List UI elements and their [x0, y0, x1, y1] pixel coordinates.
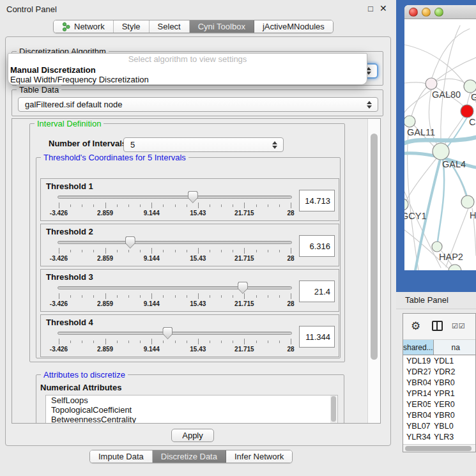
table-panel-title: Table Panel	[405, 295, 449, 305]
gear-icon[interactable]: ⚙	[411, 319, 420, 333]
tab-select[interactable]: Select	[150, 20, 190, 33]
algorithm-dropdown-popup: Select algorithm to view settings Manual…	[8, 53, 367, 85]
network-node[interactable]	[461, 196, 474, 208]
tab-network-label: Network	[74, 22, 105, 31]
list-scrollbar[interactable]	[330, 395, 337, 423]
slider-track	[58, 241, 292, 244]
network-canvas[interactable]: GAL80GACGAL11GAL4GCY1HHAP2	[404, 19, 476, 270]
control-panel-tab-bar: Network Style Select Cyni Toolbox jActiv…	[53, 20, 334, 33]
table-horizontal-scrollbar[interactable]	[403, 444, 475, 452]
tab-jactivemnodules[interactable]: jActiveMNodules	[254, 20, 333, 33]
table-row[interactable]: YDR27...YDR2	[403, 366, 475, 377]
threshold-1-value-field[interactable]	[299, 190, 335, 211]
number-of-intervals-value: 5	[130, 140, 135, 150]
columns-icon[interactable]	[432, 321, 443, 331]
slider-ticks	[59, 203, 291, 209]
table-cell: YLR3	[431, 433, 475, 441]
minimize-traffic-light-icon[interactable]	[422, 8, 431, 17]
slider-thumb[interactable]	[238, 282, 248, 294]
table-row[interactable]: YDL19...YDL1	[403, 355, 475, 366]
threshold-4-label: Threshold 4	[46, 318, 93, 327]
table-row[interactable]: YBR043CYBR0	[403, 377, 475, 388]
slider-tick-labels: -3.4262.8599.14415.4321.71528	[59, 346, 291, 353]
threshold-2-slider[interactable]: -3.4262.8599.14415.4321.71528	[58, 238, 292, 264]
threshold-4-slider[interactable]: -3.4262.8599.14415.4321.71528	[58, 329, 292, 355]
zoom-traffic-light-icon[interactable]	[434, 8, 443, 17]
table-row[interactable]: YLR345WYLR3	[403, 431, 475, 442]
combo-arrows-icon	[366, 101, 372, 109]
network-node-label: HAP2	[439, 252, 463, 262]
threshold-2-value-field[interactable]	[299, 235, 335, 257]
table-header: shared... na	[403, 340, 475, 355]
network-node[interactable]	[426, 78, 437, 89]
table-cell: YDR2	[431, 367, 475, 376]
slider-thumb[interactable]	[125, 236, 135, 249]
network-node-label: C	[469, 117, 475, 127]
slider-thumb[interactable]	[188, 191, 198, 203]
number-of-intervals-spinner[interactable]: 5	[123, 137, 284, 152]
table-row[interactable]: YPR145WYPR1	[403, 388, 475, 399]
network-node[interactable]	[461, 105, 473, 118]
tab-infer-network[interactable]: Infer Network	[226, 450, 292, 463]
table-data-combobox-value: galFiltered.sif default node	[25, 100, 122, 109]
column-header-shared-name[interactable]: shared...	[403, 340, 434, 355]
table-cell: YER054C	[403, 400, 431, 409]
threshold-3-label: Threshold 3	[46, 272, 93, 282]
tab-network[interactable]: Network	[54, 20, 114, 33]
table-cell: YBR0	[431, 378, 475, 387]
threshold-3-value-field[interactable]	[299, 280, 335, 302]
threshold-1-row: Threshold 1 -3.4262.8599.14415.4321.7152…	[40, 178, 339, 221]
network-nodes: GAL80GACGAL11GAL4GCY1HHAP2	[404, 78, 476, 270]
tab-cyni-toolbox[interactable]: Cyni Toolbox	[190, 20, 254, 33]
numerical-attributes-list[interactable]: SelfLoopsTopologicalCoefficientBetweenne…	[45, 395, 338, 424]
network-node[interactable]	[464, 80, 476, 93]
tab-style[interactable]: Style	[114, 20, 150, 33]
slider-tick-labels: -3.4262.8599.14415.4321.71528	[59, 210, 291, 217]
panel-scrollbar-thumb[interactable]	[371, 134, 378, 360]
slider-track	[58, 286, 292, 289]
threshold-2-label: Threshold 2	[46, 227, 93, 236]
numerical-attributes-label: Numerical Attributes	[40, 383, 121, 392]
threshold-3-slider[interactable]: -3.4262.8599.14415.4321.71528	[58, 284, 292, 309]
table-row[interactable]: YBR045CYBR0	[403, 410, 475, 420]
table-cell: YPR1	[431, 389, 475, 398]
threshold-4-value-field[interactable]	[299, 326, 335, 348]
attributes-group-title: Attributes to discretize	[41, 370, 128, 380]
application-window: Control Panel □ ✕ Network Style Select C…	[0, 0, 476, 476]
table-cell: YBR043C	[403, 378, 431, 387]
slider-track	[58, 332, 292, 335]
list-item[interactable]: TopologicalCoefficient	[46, 405, 337, 415]
apply-button[interactable]: Apply	[171, 429, 214, 442]
network-window-titlebar[interactable]	[404, 5, 476, 19]
table-cell: YBL0	[431, 422, 475, 431]
network-node[interactable]	[449, 265, 461, 270]
close-traffic-light-icon[interactable]	[409, 8, 418, 17]
network-node[interactable]	[404, 116, 415, 127]
network-node[interactable]	[404, 199, 408, 210]
column-header-name[interactable]: na	[434, 340, 476, 355]
control-panel-title: Control Panel	[6, 4, 57, 14]
select-columns-icon[interactable]: ☑☑	[452, 322, 466, 330]
float-window-icon[interactable]: □	[368, 4, 373, 13]
threshold-3-row: Threshold 3 -3.4262.8599.14415.4321.7152…	[40, 269, 339, 312]
panel-scrollbar-track[interactable]	[367, 119, 380, 423]
dropdown-option-equal-width[interactable]: Equal Width/Frequency Discretization	[8, 75, 367, 84]
close-icon[interactable]: ✕	[380, 3, 387, 13]
tab-impute-data[interactable]: Impute Data	[90, 450, 153, 463]
list-item[interactable]: BetweennessCentrality	[46, 415, 337, 424]
table-row[interactable]: YBL079WYBL0	[403, 420, 475, 431]
network-node[interactable]	[432, 242, 442, 252]
network-node-label: GA	[471, 92, 476, 102]
threshold-1-slider[interactable]: -3.4262.8599.14415.4321.71528	[58, 193, 292, 219]
network-node[interactable]	[433, 143, 449, 160]
tab-discretize-data[interactable]: Discretize Data	[153, 450, 226, 463]
list-item[interactable]: SelfLoops	[46, 395, 337, 405]
network-node-label: GAL80	[432, 89, 461, 100]
table-data-combobox[interactable]: galFiltered.sif default node	[18, 97, 378, 112]
threshold-4-row: Threshold 4 -3.4262.8599.14415.4321.7152…	[40, 314, 339, 357]
table-row[interactable]: YER054CYER0	[403, 399, 475, 410]
table-cell: YLR345W	[403, 433, 431, 441]
dropdown-option-manual[interactable]: Manual Discretization	[8, 65, 367, 75]
slider-thumb[interactable]	[162, 327, 173, 339]
network-tab-icon	[62, 22, 70, 31]
